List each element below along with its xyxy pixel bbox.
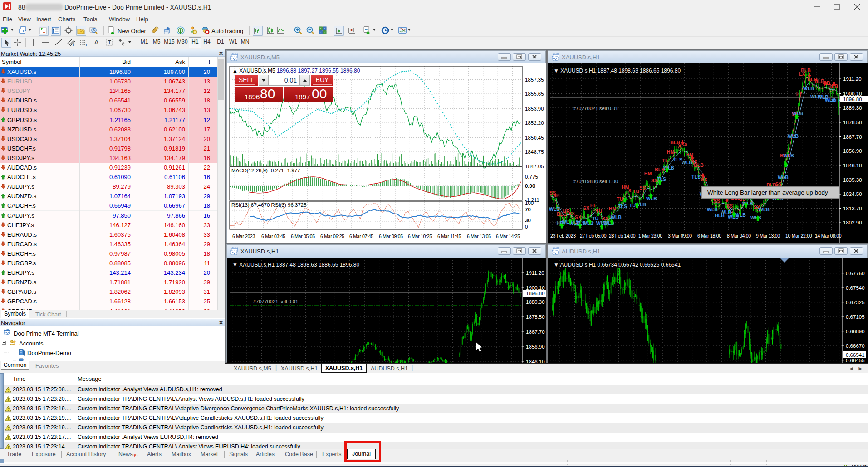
svg-text:TU: TU	[629, 203, 636, 208]
svg-text:E: E	[73, 44, 75, 47]
svg-text:27 Feb 05:00: 27 Feb 05:00	[580, 233, 607, 238]
svg-text:SS: SS	[651, 178, 657, 183]
svg-text:1911.20: 1911.20	[526, 270, 544, 276]
svg-text:1889.30: 1889.30	[843, 105, 862, 111]
svg-text:1856.90: 1856.90	[843, 148, 862, 154]
svg-text:▲ XAUUSD.s,M5 1896.88 1897.27: ▲ XAUUSD.s,M5 1896.88 1897.27 1896.55 18…	[232, 68, 360, 74]
svg-text:6 Mar 10:25: 6 Mar 10:25	[408, 234, 432, 239]
svg-text:1900.10: 1900.10	[843, 91, 862, 97]
svg-text:6 Mar 03:45: 6 Mar 03:45	[261, 234, 285, 239]
svg-text:1856.90: 1856.90	[526, 344, 545, 350]
svg-text:28 Feb 14:00: 28 Feb 14:00	[609, 233, 636, 238]
svg-text:0.66541: 0.66541	[846, 352, 865, 358]
svg-text:1896.80: 1896.80	[526, 291, 545, 296]
svg-text:0.67325: 0.67325	[846, 300, 865, 305]
svg-text:70: 70	[525, 207, 531, 212]
svg-text:1852.20: 1852.20	[525, 120, 544, 126]
svg-text:0.67105: 0.67105	[846, 314, 865, 320]
svg-text:30: 30	[525, 218, 531, 223]
svg-text:6 Mar 18:00: 6 Mar 18:00	[697, 233, 721, 238]
svg-text:WLB: WLB	[549, 206, 560, 212]
svg-text:8 Mar 04:00: 8 Mar 04:00	[727, 233, 751, 238]
svg-text:SH: SH	[553, 193, 560, 198]
svg-text:1867.70: 1867.70	[526, 329, 545, 335]
svg-text:0: 0	[525, 224, 528, 229]
svg-text:10 Mar 22:00: 10 Mar 22:00	[785, 233, 812, 238]
svg-text:▼ XAUUSD.s,H1 1887.48 1898.63: ▼ XAUUSD.s,H1 1887.48 1898.63 1886.65 18…	[554, 68, 681, 74]
svg-text:6 Mar 06:25: 6 Mar 06:25	[320, 234, 344, 239]
svg-text:RSI(13) 67.4670 RSI(3) 96.372: RSI(13) 67.4670 RSI(3) 96.3725	[231, 202, 307, 208]
svg-text:6 Mar 07:45: 6 Mar 07:45	[349, 234, 373, 239]
svg-text:TLS: TLS	[618, 204, 627, 209]
svg-text:1889.30: 1889.30	[526, 299, 545, 305]
svg-text:1857.35: 1857.35	[525, 77, 544, 83]
svg-text:1878.50: 1878.50	[843, 120, 862, 125]
svg-text:1911.20: 1911.20	[843, 76, 862, 82]
svg-text:6 Mar 11:45: 6 Mar 11:45	[437, 234, 461, 239]
svg-text:SX: SX	[569, 211, 575, 216]
svg-text:▼ AUDUSD.s,H1 0.66734 0.66742: ▼ AUDUSD.s,H1 0.66734 0.66742 0.66525 0.…	[554, 262, 681, 268]
svg-text:WLB: WLB	[742, 201, 753, 206]
svg-text:0.775: 0.775	[525, 174, 538, 180]
svg-text:WLB: WLB	[759, 207, 770, 212]
svg-text:1867.70: 1867.70	[843, 134, 862, 140]
svg-text:F: F	[86, 44, 88, 47]
svg-text:1878.50: 1878.50	[526, 314, 545, 320]
svg-text:9 Mar 13:00: 9 Mar 13:00	[756, 233, 780, 238]
svg-text:0.00: 0.00	[525, 183, 535, 189]
svg-text:0.67760: 0.67760	[846, 271, 865, 276]
svg-text:TLS: TLS	[691, 174, 701, 180]
svg-text:WLB: WLB	[778, 175, 789, 180]
svg-text:6 Mar 05:05: 6 Mar 05:05	[291, 234, 315, 239]
svg-text:1813.70: 1813.70	[843, 206, 862, 211]
svg-text:TLS: TLS	[673, 157, 682, 162]
svg-text:SX: SX	[575, 214, 581, 220]
svg-text:TU: TU	[633, 189, 639, 194]
svg-text:WLB: WLB	[788, 133, 799, 139]
svg-text:23 Feb 2023: 23 Feb 2023	[550, 233, 576, 238]
svg-text:6 Mar 14:25: 6 Mar 14:25	[496, 234, 520, 239]
svg-text:100: 100	[525, 200, 534, 206]
svg-text:▼ XAUUSD.s,H1 1887.48 1898.63: ▼ XAUUSD.s,H1 1887.48 1898.63 1886.65 18…	[232, 262, 359, 268]
svg-text:BLB: BLB	[694, 162, 704, 168]
svg-text:1853.90: 1853.90	[525, 106, 544, 112]
svg-text:WLB: WLB	[611, 214, 622, 220]
svg-text:1846.10: 1846.10	[526, 359, 545, 363]
svg-text:6 Mar 09:05: 6 Mar 09:05	[379, 234, 403, 239]
svg-text:14 Mar 08:00: 14 Mar 08:00	[815, 233, 842, 238]
svg-text:1848.75: 1848.75	[525, 149, 544, 155]
svg-text:HM: HM	[644, 171, 652, 176]
svg-text:0.66890: 0.66890	[846, 329, 865, 334]
svg-text:WLB: WLB	[783, 153, 794, 158]
svg-text:WLB: WLB	[735, 212, 746, 218]
svg-text:0.66455: 0.66455	[846, 358, 865, 363]
svg-text:SS: SS	[639, 185, 646, 190]
svg-text:HI: HI	[590, 203, 595, 208]
svg-text:1802.90: 1802.90	[843, 220, 862, 225]
svg-text:MACD(12,26,9) -0.271 -1.977: MACD(12,26,9) -0.271 -1.977	[231, 168, 300, 173]
svg-text:WLB: WLB	[803, 86, 814, 91]
svg-text:#70770021 sell 0.01: #70770021 sell 0.01	[253, 299, 298, 304]
svg-text:WLB: WLB	[707, 207, 718, 212]
svg-text:WLB: WLB	[682, 160, 692, 165]
svg-text:1835.30: 1835.30	[843, 177, 862, 183]
svg-text:0.66670: 0.66670	[846, 343, 865, 349]
svg-text:1850.45: 1850.45	[525, 135, 544, 141]
svg-text:SX: SX	[583, 205, 589, 211]
svg-text:X: X	[628, 188, 631, 193]
svg-text:6 Mar 2023: 6 Mar 2023	[232, 234, 255, 239]
svg-text:1824.50: 1824.50	[843, 191, 862, 197]
svg-text:1847.05: 1847.05	[525, 164, 544, 169]
svg-text:1896.80: 1896.80	[843, 97, 862, 102]
svg-text:6 Mar 13:05: 6 Mar 13:05	[467, 234, 491, 239]
svg-text:3 Mar 09:00: 3 Mar 09:00	[668, 233, 692, 238]
svg-text:SX: SX	[701, 177, 707, 182]
svg-text:TU: TU	[596, 208, 602, 214]
svg-text:WLB: WLB	[646, 196, 657, 201]
svg-text:1 Mar 23:00: 1 Mar 23:00	[638, 233, 662, 238]
svg-text:A: A	[94, 39, 99, 46]
svg-text:1846.10: 1846.10	[843, 163, 862, 168]
svg-text:#70770021 sell 0.01: #70770021 sell 0.01	[573, 106, 618, 111]
svg-text:0.67540: 0.67540	[846, 285, 865, 291]
svg-text:TL: TL	[662, 158, 668, 163]
